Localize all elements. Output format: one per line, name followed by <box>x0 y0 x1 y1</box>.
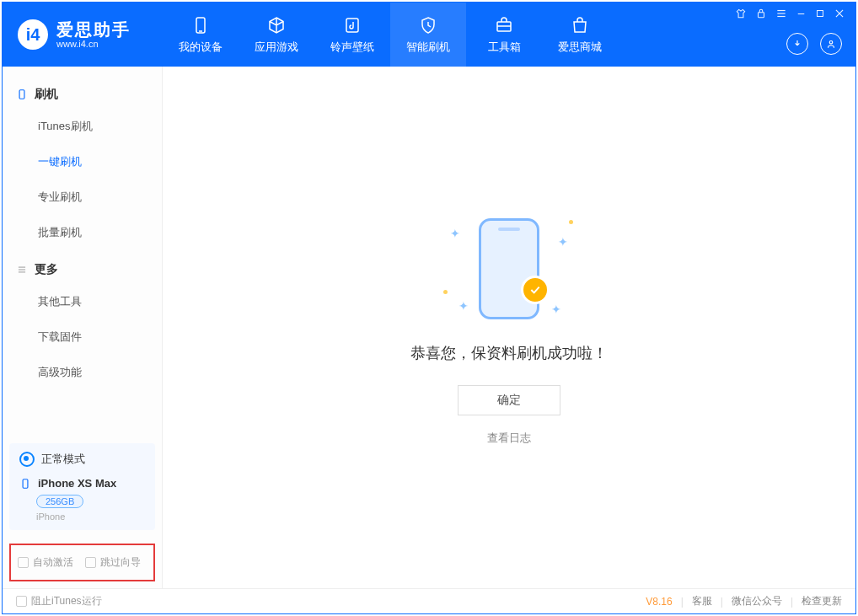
checkbox-label: 阻止iTunes运行 <box>31 594 102 608</box>
device-panel: 正常模式 iPhone XS Max 256GB iPhone <box>9 443 155 530</box>
svg-point-12 <box>829 41 833 45</box>
tab-my-device[interactable]: 我的设备 <box>163 3 239 67</box>
checkbox-skip-guide[interactable]: 跳过向导 <box>85 555 141 570</box>
tab-apps-games[interactable]: 应用游戏 <box>239 3 314 67</box>
view-log-link[interactable]: 查看日志 <box>487 431 531 446</box>
brand-title: 爱思助手 <box>56 20 131 39</box>
sparkle-icon: ✦ <box>551 303 561 316</box>
bag-icon <box>569 14 591 36</box>
toolbox-icon <box>493 14 515 36</box>
checkbox-label: 自动激活 <box>33 555 73 570</box>
dot-icon <box>443 290 448 294</box>
ok-button[interactable]: 确定 <box>458 385 560 415</box>
tab-label: 铃声壁纸 <box>330 40 374 55</box>
brand-logo-icon: i4 <box>18 19 48 50</box>
shield-icon <box>417 14 439 36</box>
sidebar-group-flash: 刷机 <box>3 75 162 109</box>
device-icon <box>190 14 212 36</box>
tab-ringtone-wallpaper[interactable]: 铃声壁纸 <box>314 3 390 67</box>
status-bar: 阻止iTunes运行 V8.16 | 客服 | 微信公众号 | 检查更新 <box>3 588 855 613</box>
tab-label: 爱思商城 <box>558 40 602 55</box>
window-controls <box>735 8 845 19</box>
svg-rect-9 <box>818 11 823 17</box>
tab-label: 工具箱 <box>488 40 521 55</box>
checkbox-icon <box>85 557 96 568</box>
main-content: ✦ ✦ ✦ ✦ 恭喜您，保资料刷机成功啦！ 确定 查看日志 <box>163 67 855 588</box>
success-message: 恭喜您，保资料刷机成功啦！ <box>410 343 608 363</box>
sidebar-item-itunes-flash[interactable]: iTunes刷机 <box>3 109 162 144</box>
tab-smart-flash[interactable]: 智能刷机 <box>390 3 466 67</box>
tab-toolbox[interactable]: 工具箱 <box>466 3 542 67</box>
checkbox-icon <box>16 596 27 607</box>
highlight-box: 自动激活 跳过向导 <box>9 544 155 581</box>
device-name: iPhone XS Max <box>38 477 116 490</box>
note-icon <box>341 14 363 36</box>
separator: | <box>791 596 793 608</box>
tab-label: 智能刷机 <box>406 40 450 55</box>
list-icon <box>16 264 28 276</box>
success-illustration: ✦ ✦ ✦ ✦ <box>442 210 576 328</box>
sparkle-icon: ✦ <box>458 299 469 313</box>
checkbox-auto-activate[interactable]: 自动激活 <box>18 555 73 570</box>
checkbox-icon <box>18 557 29 568</box>
sidebar-item-batch-flash[interactable]: 批量刷机 <box>3 215 162 250</box>
minimize-button[interactable] <box>796 8 807 19</box>
phone-illustration-icon <box>479 218 539 319</box>
svg-rect-13 <box>19 90 24 99</box>
device-subtitle: iPhone <box>36 512 145 522</box>
shirt-icon[interactable] <box>735 8 747 19</box>
header-tabs: 我的设备 应用游戏 铃声壁纸 智能刷机 工具箱 爱思商城 <box>163 3 618 67</box>
user-button[interactable] <box>820 33 842 55</box>
device-mode-label: 正常模式 <box>41 452 85 467</box>
dot-icon <box>569 220 573 224</box>
lock-icon[interactable] <box>755 8 767 19</box>
tab-label: 应用游戏 <box>255 40 298 55</box>
footer-link-support[interactable]: 客服 <box>692 594 712 608</box>
device-storage-badge: 256GB <box>36 495 83 508</box>
version-label: V8.16 <box>646 596 672 608</box>
footer-link-update[interactable]: 检查更新 <box>802 594 842 608</box>
app-header: i4 爱思助手 www.i4.cn 我的设备 应用游戏 铃声壁纸 智能刷机 <box>3 3 855 67</box>
checkbox-label: 跳过向导 <box>100 555 141 570</box>
device-name-row[interactable]: iPhone XS Max <box>19 477 145 490</box>
mode-icon <box>19 452 35 467</box>
sidebar-item-oneclick-flash[interactable]: 一键刷机 <box>3 144 162 179</box>
menu-icon[interactable] <box>775 8 787 19</box>
checkmark-badge-icon <box>521 276 550 304</box>
group-title-label: 刷机 <box>35 87 58 102</box>
header-right-buttons <box>786 33 842 55</box>
brand-url: www.i4.cn <box>56 39 131 49</box>
brand-block: i4 爱思助手 www.i4.cn <box>3 3 163 67</box>
svg-rect-2 <box>346 19 358 32</box>
tab-label: 我的设备 <box>179 40 223 55</box>
box-icon <box>265 14 287 36</box>
sidebar-item-other-tools[interactable]: 其他工具 <box>3 284 162 319</box>
close-button[interactable] <box>834 8 845 19</box>
svg-rect-4 <box>759 13 764 18</box>
svg-rect-17 <box>23 479 28 488</box>
sidebar-item-pro-flash[interactable]: 专业刷机 <box>3 179 162 215</box>
download-button[interactable] <box>786 33 808 55</box>
sidebar-item-download-firmware[interactable]: 下载固件 <box>3 319 162 355</box>
footer-link-wechat[interactable]: 微信公众号 <box>732 594 782 608</box>
separator: | <box>721 596 723 608</box>
sidebar-item-advanced[interactable]: 高级功能 <box>3 355 162 390</box>
checkbox-block-itunes[interactable]: 阻止iTunes运行 <box>16 594 102 608</box>
tab-store[interactable]: 爱思商城 <box>542 3 618 67</box>
phone-icon <box>19 478 31 490</box>
sparkle-icon: ✦ <box>558 235 568 249</box>
device-mode[interactable]: 正常模式 <box>19 452 145 467</box>
sidebar: 刷机 iTunes刷机 一键刷机 专业刷机 批量刷机 更多 其他工具 下载固件 … <box>3 67 163 588</box>
maximize-button[interactable] <box>815 8 825 19</box>
group-title-label: 更多 <box>35 262 58 277</box>
separator: | <box>681 596 684 608</box>
sparkle-icon: ✦ <box>450 227 460 240</box>
sidebar-group-more: 更多 <box>3 250 162 284</box>
phone-icon <box>16 88 28 100</box>
